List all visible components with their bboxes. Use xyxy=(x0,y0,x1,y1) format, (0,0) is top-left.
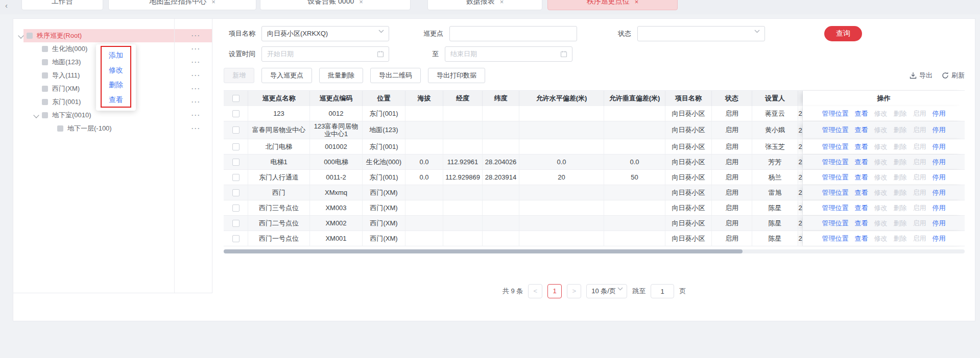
page-1-button[interactable]: 1 xyxy=(547,284,562,298)
cell-latitude: 28.203914 xyxy=(483,170,519,185)
page-size-select[interactable]: 10 条/页 xyxy=(586,284,627,298)
row-actions-cell: 管理位置查看修改删除启用停用 xyxy=(803,155,965,169)
cell-h_offset xyxy=(519,185,604,200)
cell-status: 启用 xyxy=(712,185,752,200)
close-icon[interactable]: × xyxy=(359,0,363,6)
action-管理位置[interactable]: 管理位置 xyxy=(822,125,849,135)
context-menu-item-添加[interactable]: 添加 xyxy=(96,48,136,63)
tree-item-more-icon[interactable]: ··· xyxy=(192,112,201,119)
tree-item-more-icon[interactable]: ··· xyxy=(192,59,201,66)
action-停用[interactable]: 停用 xyxy=(933,158,946,167)
action-停用[interactable]: 停用 xyxy=(933,234,946,243)
tab-4[interactable]: 数据报表× xyxy=(427,0,542,10)
project-select[interactable]: 向日葵小区(XRKXQ) xyxy=(261,26,389,41)
close-icon[interactable]: × xyxy=(635,0,639,6)
action-管理位置[interactable]: 管理位置 xyxy=(822,234,849,243)
toolbar-button-3[interactable]: 批量删除 xyxy=(319,68,363,83)
row-checkbox[interactable] xyxy=(232,235,240,242)
status-select[interactable] xyxy=(637,26,765,41)
chevron-down-icon xyxy=(48,125,55,132)
tree-item-more-icon[interactable]: ··· xyxy=(192,85,201,92)
chevron-down-icon xyxy=(754,30,760,33)
tab-5[interactable]: 秩序巡更点位× xyxy=(547,0,678,10)
search-button[interactable]: 查询 xyxy=(824,26,862,41)
row-checkbox[interactable] xyxy=(232,189,240,196)
context-menu-item-修改[interactable]: 修改 xyxy=(96,63,136,78)
close-icon[interactable]: × xyxy=(500,0,504,6)
action-查看[interactable]: 查看 xyxy=(855,125,868,135)
action-管理位置[interactable]: 管理位置 xyxy=(822,173,849,182)
row-checkbox[interactable] xyxy=(232,143,240,150)
tree-item-more-icon[interactable]: ··· xyxy=(192,125,201,132)
context-menu-item-删除[interactable]: 删除 xyxy=(96,78,136,92)
tab-3[interactable]: 设备台账 0000× xyxy=(260,0,411,10)
cell-setter: 张玉芝 xyxy=(752,139,798,154)
tree-item-more-icon[interactable]: ··· xyxy=(192,45,201,53)
table-row: 西门二号点位XM002西门(XM)向日葵小区启用陈星2管理位置查看修改删除启用停… xyxy=(224,216,965,231)
action-管理位置[interactable]: 管理位置 xyxy=(822,142,849,151)
select-all-checkbox[interactable] xyxy=(232,95,240,102)
horizontal-scrollbar[interactable] xyxy=(224,249,965,253)
tree-item-1[interactable]: 秩序巡更(Root)··· xyxy=(13,29,212,42)
tree-item-label: 东门(001) xyxy=(52,97,81,107)
row-checkbox[interactable] xyxy=(232,174,240,181)
toolbar-button-4[interactable]: 导出二维码 xyxy=(370,68,421,83)
refresh-button[interactable]: 刷新 xyxy=(942,71,965,80)
tabs-scroll-left-icon[interactable]: ‹ xyxy=(5,0,8,11)
action-停用[interactable]: 停用 xyxy=(933,188,946,197)
table-row: 西门三号点位XM003西门(XM)向日葵小区启用陈星2管理位置查看修改删除启用停… xyxy=(224,200,965,216)
row-checkbox[interactable] xyxy=(232,110,240,117)
start-date-input[interactable]: 开始日期 xyxy=(261,46,389,62)
action-停用[interactable]: 停用 xyxy=(933,219,946,228)
next-page-button[interactable]: > xyxy=(567,284,581,298)
action-查看[interactable]: 查看 xyxy=(855,203,868,213)
tab-2[interactable]: 地图监控指挥中心× xyxy=(108,0,256,10)
action-查看[interactable]: 查看 xyxy=(855,158,868,167)
export-button[interactable]: 导出 xyxy=(910,71,933,80)
export-label: 导出 xyxy=(919,71,933,80)
action-查看[interactable]: 查看 xyxy=(855,234,868,243)
tree-item-more-icon[interactable]: ··· xyxy=(192,72,201,79)
row-checkbox[interactable] xyxy=(232,220,240,227)
action-管理位置[interactable]: 管理位置 xyxy=(822,109,849,118)
end-date-input[interactable]: 结束日期 xyxy=(445,46,572,62)
action-停用[interactable]: 停用 xyxy=(933,125,946,135)
tree-item-more-icon[interactable]: ··· xyxy=(192,32,201,39)
action-管理位置[interactable]: 管理位置 xyxy=(822,203,849,213)
tab-1[interactable]: 工作台 xyxy=(21,0,103,10)
toolbar-button-2[interactable]: 导入巡更点 xyxy=(261,68,312,83)
row-actions-cell: 管理位置查看修改删除启用停用 xyxy=(803,139,965,154)
action-停用[interactable]: 停用 xyxy=(933,173,946,182)
toolbar-right: 导出 刷新 xyxy=(910,71,965,80)
context-menu-item-查看[interactable]: 查看 xyxy=(96,92,136,107)
action-查看[interactable]: 查看 xyxy=(855,109,868,118)
action-查看[interactable]: 查看 xyxy=(855,188,868,197)
chevron-down-icon[interactable] xyxy=(33,112,40,119)
action-查看[interactable]: 查看 xyxy=(855,142,868,151)
row-checkbox[interactable] xyxy=(232,126,240,134)
cell-v_offset xyxy=(604,139,665,154)
row-checkbox[interactable] xyxy=(232,159,240,166)
tree-item-8[interactable]: 地下一层(-100)··· xyxy=(13,122,212,135)
cell-name: 西门一号点位 xyxy=(248,231,310,246)
action-启用: 启用 xyxy=(913,158,926,167)
prev-page-button[interactable]: < xyxy=(528,284,542,298)
action-管理位置[interactable]: 管理位置 xyxy=(822,188,849,197)
action-启用: 启用 xyxy=(913,219,926,228)
action-停用[interactable]: 停用 xyxy=(933,109,946,118)
tree-item-more-icon[interactable]: ··· xyxy=(192,98,201,106)
chevron-down-icon[interactable] xyxy=(17,32,25,39)
action-查看[interactable]: 查看 xyxy=(855,173,868,182)
jump-page-input[interactable]: 1 xyxy=(651,284,674,298)
action-管理位置[interactable]: 管理位置 xyxy=(822,219,849,228)
toolbar-button-5[interactable]: 导出打印数据 xyxy=(428,68,485,83)
action-查看[interactable]: 查看 xyxy=(855,219,868,228)
action-停用[interactable]: 停用 xyxy=(933,203,946,213)
close-icon[interactable]: × xyxy=(211,0,216,6)
scrollbar-thumb[interactable] xyxy=(224,249,743,253)
action-停用[interactable]: 停用 xyxy=(933,142,946,151)
row-checkbox[interactable] xyxy=(232,204,240,212)
patrol-point-input[interactable] xyxy=(449,26,577,41)
action-管理位置[interactable]: 管理位置 xyxy=(822,158,849,167)
cell-time: 2 xyxy=(798,155,803,169)
